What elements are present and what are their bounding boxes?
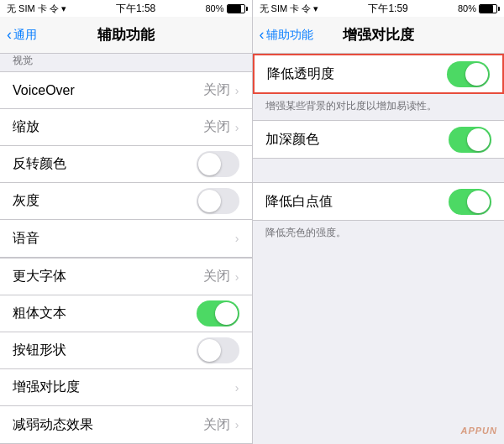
right-item-reduce-white-point[interactable]: 降低白点值 <box>253 183 505 220</box>
right-label-darken-colors: 加深颜色 <box>265 131 449 149</box>
left-label-invert: 反转颜色 <box>13 155 197 173</box>
left-item-button-shapes[interactable]: 按钮形状 <box>0 332 252 369</box>
left-label-speech: 语音 <box>13 230 235 248</box>
right-toggle-reduce-transparency[interactable] <box>447 61 490 87</box>
left-chevron-zoom: › <box>235 121 239 134</box>
left-chevron-larger-text: › <box>235 270 239 284</box>
right-panel: 无 SIM 卡 令 ▾ 下午1:59 80% ‹ 辅助功能 增强对比度 降低透明… <box>253 0 505 444</box>
left-group-visual: VoiceOver 关闭 › 缩放 关闭 › 反转颜色 灰度 语音 › <box>0 71 252 258</box>
right-battery-icon <box>479 4 497 13</box>
right-time: 下午1:59 <box>368 2 407 16</box>
left-carrier: 无 SIM 卡 令 <box>7 3 59 15</box>
left-chevron-reduce-motion: › <box>235 418 239 431</box>
left-item-grayscale[interactable]: 灰度 <box>0 183 252 220</box>
right-group-darken: 加深颜色 <box>253 120 505 159</box>
left-label-zoom: 缩放 <box>13 118 203 136</box>
left-wifi-icon: ▾ <box>61 3 66 14</box>
right-item-darken-colors[interactable]: 加深颜色 <box>253 121 505 158</box>
right-toggle-reduce-white-point[interactable] <box>449 189 491 215</box>
right-label-reduce-transparency: 降低透明度 <box>267 65 448 83</box>
left-item-speech[interactable]: 语音 › <box>0 220 252 257</box>
left-value-larger-text: 关闭 <box>203 268 230 285</box>
left-back-label: 通用 <box>13 28 37 43</box>
right-carrier: 无 SIM 卡 令 <box>260 3 312 15</box>
left-label-larger-text: 更大字体 <box>13 268 203 285</box>
right-status-right: 80% <box>458 3 497 13</box>
left-item-voiceover[interactable]: VoiceOver 关闭 › <box>0 72 252 109</box>
left-toggle-bold-text[interactable] <box>197 300 239 326</box>
left-chevron-speech: › <box>235 232 239 245</box>
left-toggle-button-shapes[interactable] <box>197 337 239 363</box>
left-item-zoom[interactable]: 缩放 关闭 › <box>0 109 252 146</box>
left-item-invert[interactable]: 反转颜色 <box>0 146 252 183</box>
right-toggle-darken-colors[interactable] <box>449 127 491 153</box>
right-back-button[interactable]: ‹ 辅助功能 <box>260 27 313 44</box>
left-toggle-grayscale[interactable] <box>197 188 239 214</box>
left-status-bar: 无 SIM 卡 令 ▾ 下午1:58 80% <box>0 0 252 17</box>
left-nav-bar: ‹ 通用 辅助功能 <box>0 17 252 54</box>
left-item-larger-text[interactable]: 更大字体 关闭 › <box>0 259 252 295</box>
left-value-voiceover: 关闭 <box>203 81 230 99</box>
left-status-left: 无 SIM 卡 令 ▾ <box>7 3 66 15</box>
left-item-increase-contrast[interactable]: 增强对比度 › <box>0 369 252 406</box>
right-status-bar: 无 SIM 卡 令 ▾ 下午1:59 80% <box>253 0 505 17</box>
left-label-reduce-motion: 减弱动态效果 <box>13 416 203 434</box>
right-label-reduce-white-point: 降低白点值 <box>265 193 449 211</box>
right-status-left: 无 SIM 卡 令 ▾ <box>260 3 319 15</box>
left-label-voiceover: VoiceOver <box>13 83 203 98</box>
right-highlighted-group: 降低透明度 <box>253 54 505 94</box>
left-chevron-voiceover: › <box>235 84 239 97</box>
right-nav-title: 增强对比度 <box>343 25 414 44</box>
left-chevron-increase-contrast: › <box>235 381 239 394</box>
left-label-bold-text: 粗体文本 <box>13 305 197 322</box>
right-back-chevron-icon: ‹ <box>260 26 265 44</box>
left-battery-icon <box>227 4 245 13</box>
right-wifi-icon: ▾ <box>313 3 318 14</box>
right-spacer <box>253 159 505 182</box>
left-item-bold-text[interactable]: 粗体文本 <box>0 295 252 332</box>
right-battery-fill <box>480 5 493 13</box>
left-battery-pct: 80% <box>205 3 223 13</box>
left-value-zoom: 关闭 <box>203 118 230 136</box>
left-battery-fill <box>228 5 241 13</box>
right-desc-white-point: 降低亮色的强度。 <box>253 221 505 247</box>
left-value-reduce-motion: 关闭 <box>203 416 230 434</box>
watermark: APPUN <box>460 426 497 436</box>
right-item-reduce-transparency[interactable]: 降低透明度 <box>255 55 503 92</box>
left-label-increase-contrast: 增强对比度 <box>13 379 235 396</box>
left-time: 下午1:58 <box>116 2 155 16</box>
right-nav-bar: ‹ 辅助功能 增强对比度 <box>253 17 505 54</box>
left-nav-title: 辅助功能 <box>97 25 155 44</box>
left-item-reduce-motion[interactable]: 减弱动态效果 关闭 › <box>0 406 252 443</box>
left-section-header-visual: 视觉 <box>0 54 252 71</box>
left-back-button[interactable]: ‹ 通用 <box>7 27 37 44</box>
left-section-label-visual: 视觉 <box>13 54 33 68</box>
left-status-right: 80% <box>205 3 244 13</box>
left-label-grayscale: 灰度 <box>13 192 197 210</box>
left-toggle-invert[interactable] <box>197 151 239 177</box>
left-label-button-shapes: 按钮形状 <box>13 342 197 359</box>
left-panel: 无 SIM 卡 令 ▾ 下午1:58 80% ‹ 通用 辅助功能 视觉 Voic… <box>0 0 252 444</box>
right-desc-transparency: 增强某些背景的对比度以增加易读性。 <box>253 94 505 120</box>
left-group-text: 更大字体 关闭 › 粗体文本 按钮形状 增强对比度 › 减弱动态效果 关闭 › <box>0 258 252 444</box>
right-battery-pct: 80% <box>458 3 476 13</box>
right-group-white-point: 降低白点值 <box>253 182 505 221</box>
right-back-label: 辅助功能 <box>266 28 313 43</box>
left-back-chevron-icon: ‹ <box>7 26 12 44</box>
